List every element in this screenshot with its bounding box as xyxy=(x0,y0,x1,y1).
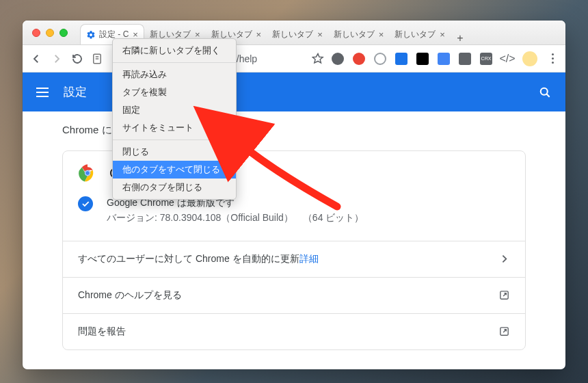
help-row[interactable]: Chrome のヘルプを見る xyxy=(63,277,525,313)
svg-point-7 xyxy=(85,171,90,176)
ctx-pin[interactable]: 固定 xyxy=(113,101,236,119)
extension-icon[interactable]: </> xyxy=(501,53,513,65)
tab-label: 新しいタブ xyxy=(334,29,375,40)
toolbar: gs/help CRX </> xyxy=(23,45,565,72)
back-button[interactable] xyxy=(29,52,43,66)
extension-icon[interactable] xyxy=(332,53,344,65)
open-external-icon xyxy=(498,326,510,337)
separator xyxy=(113,62,236,63)
settings-app-bar: 設定 xyxy=(23,72,565,111)
svg-point-3 xyxy=(541,88,548,94)
check-icon xyxy=(78,196,93,211)
extension-icon[interactable] xyxy=(374,53,386,65)
ctx-new-tab-right[interactable]: 右隣に新しいタブを開く xyxy=(113,42,236,60)
extension-icon[interactable]: CRX xyxy=(480,53,492,65)
version-status: Google Chrome は最新版です バージョン: 78.0.3904.10… xyxy=(63,195,525,241)
ctx-mute[interactable]: サイトをミュート xyxy=(113,119,236,137)
details-link[interactable]: 詳細 xyxy=(299,253,319,265)
extension-icon[interactable] xyxy=(353,53,365,65)
auto-update-row[interactable]: すべてのユーザーに対して Chrome を自動的に更新 詳細 xyxy=(63,241,525,277)
close-tab-icon[interactable]: × xyxy=(379,29,384,40)
ctx-close-right[interactable]: 右側のタブを閉じる xyxy=(113,179,236,196)
tab-label: 新しいタブ xyxy=(395,29,436,40)
close-tab-icon[interactable]: × xyxy=(440,29,445,40)
svg-line-4 xyxy=(547,94,550,96)
extension-icon[interactable] xyxy=(395,53,407,65)
browser-window: 設定 - C × 新しいタブ× 新しいタブ× 新しいタブ× 新しいタブ× 新しい… xyxy=(23,21,565,369)
tab-new-5[interactable]: 新しいタブ× xyxy=(389,24,451,44)
extension-icon[interactable] xyxy=(416,53,429,65)
ctx-close[interactable]: 閉じる xyxy=(113,143,236,161)
tab-new-4[interactable]: 新しいタブ× xyxy=(328,24,390,44)
row-text: 問題を報告 xyxy=(78,326,126,338)
chevron-right-icon xyxy=(498,253,510,265)
row-text: Chrome のヘルプを見る xyxy=(78,289,182,302)
status-line-2: バージョン: 78.0.3904.108（Official Build） （64… xyxy=(107,210,364,225)
bookmark-button[interactable] xyxy=(311,52,325,66)
tab-new-3[interactable]: 新しいタブ× xyxy=(267,24,328,44)
extension-icon[interactable] xyxy=(459,53,471,65)
new-tab-button[interactable]: + xyxy=(451,32,470,44)
chrome-menu-button[interactable] xyxy=(546,53,559,64)
close-window-button[interactable] xyxy=(32,29,40,37)
maximize-window-button[interactable] xyxy=(59,29,68,37)
profile-avatar[interactable] xyxy=(522,51,537,66)
ctx-reload[interactable]: 再読み込み xyxy=(113,66,236,83)
close-tab-icon[interactable]: × xyxy=(317,29,323,40)
ctx-close-others[interactable]: 他のタブをすべて閉じる xyxy=(113,161,236,179)
close-tab-icon[interactable]: × xyxy=(256,29,262,40)
open-external-icon xyxy=(498,289,510,301)
extension-icon[interactable] xyxy=(438,53,450,65)
menu-icon[interactable] xyxy=(36,88,49,97)
report-row[interactable]: 問題を報告 xyxy=(63,313,525,349)
titlebar: 設定 - C × 新しいタブ× 新しいタブ× 新しいタブ× 新しいタブ× 新しい… xyxy=(23,21,565,45)
window-controls xyxy=(32,29,68,37)
ctx-duplicate[interactable]: タブを複製 xyxy=(113,83,236,101)
separator xyxy=(113,140,236,140)
reload-button[interactable] xyxy=(70,52,84,66)
forward-button[interactable] xyxy=(50,52,64,66)
extensions: CRX </> xyxy=(332,51,559,66)
page-info-icon[interactable] xyxy=(91,53,103,65)
settings-content: Chrome に Google Chrome Google Chrome は最新… xyxy=(23,111,565,362)
tab-context-menu[interactable]: 右隣に新しいタブを開く 再読み込み タブを複製 固定 サイトをミュート 閉じる … xyxy=(112,38,237,200)
search-icon[interactable] xyxy=(538,85,552,99)
minimize-window-button[interactable] xyxy=(46,29,54,37)
gear-icon xyxy=(86,30,96,40)
tab-label: 新しいタブ xyxy=(272,29,313,40)
row-text: すべてのユーザーに対して Chrome を自動的に更新 xyxy=(78,253,299,265)
address-bar[interactable] xyxy=(91,53,103,65)
chrome-logo-icon xyxy=(78,163,97,183)
